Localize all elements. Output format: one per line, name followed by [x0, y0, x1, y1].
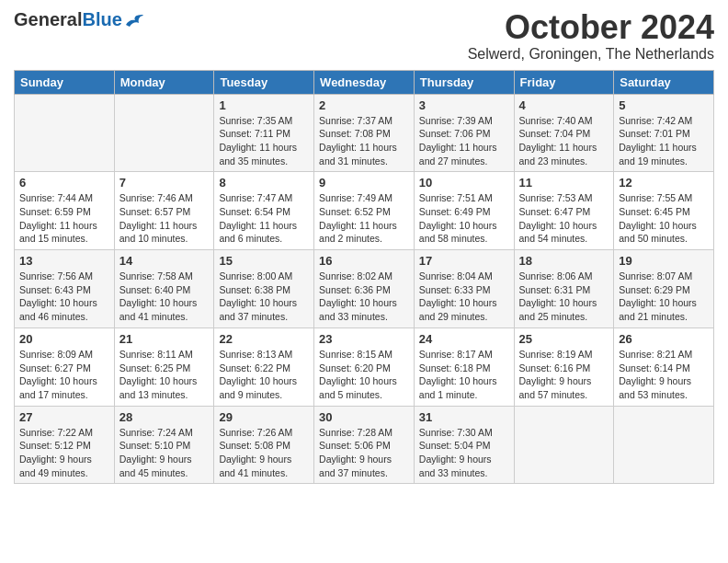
- day-info: Sunrise: 8:00 AM Sunset: 6:38 PM Dayligh…: [219, 270, 309, 324]
- calendar-cell: 10Sunrise: 7:51 AM Sunset: 6:49 PM Dayli…: [414, 172, 514, 250]
- calendar-table: SundayMondayTuesdayWednesdayThursdayFrid…: [14, 70, 714, 485]
- calendar-cell: 29Sunrise: 7:26 AM Sunset: 5:08 PM Dayli…: [214, 406, 314, 484]
- day-info: Sunrise: 7:42 AM Sunset: 7:01 PM Dayligh…: [619, 114, 709, 168]
- day-number: 20: [19, 332, 109, 346]
- calendar-cell: 8Sunrise: 7:47 AM Sunset: 6:54 PM Daylig…: [214, 172, 314, 250]
- calendar-cell: 2Sunrise: 7:37 AM Sunset: 7:08 PM Daylig…: [314, 94, 415, 172]
- day-info: Sunrise: 7:30 AM Sunset: 5:04 PM Dayligh…: [419, 426, 509, 480]
- day-number: 15: [219, 254, 309, 268]
- weekday-header-monday: Monday: [114, 70, 214, 94]
- calendar-cell: 18Sunrise: 8:06 AM Sunset: 6:31 PM Dayli…: [514, 250, 614, 328]
- day-info: Sunrise: 7:39 AM Sunset: 7:06 PM Dayligh…: [419, 114, 509, 168]
- logo-bird-icon: [124, 12, 144, 29]
- week-row-3: 13Sunrise: 7:56 AM Sunset: 6:43 PM Dayli…: [15, 250, 714, 328]
- day-info: Sunrise: 8:02 AM Sunset: 6:36 PM Dayligh…: [319, 270, 409, 324]
- day-number: 6: [19, 176, 109, 190]
- day-info: Sunrise: 7:24 AM Sunset: 5:10 PM Dayligh…: [119, 426, 210, 480]
- calendar-cell: 31Sunrise: 7:30 AM Sunset: 5:04 PM Dayli…: [414, 406, 514, 484]
- day-info: Sunrise: 7:51 AM Sunset: 6:49 PM Dayligh…: [419, 191, 509, 246]
- calendar-cell: 13Sunrise: 7:56 AM Sunset: 6:43 PM Dayli…: [15, 250, 115, 328]
- day-info: Sunrise: 8:04 AM Sunset: 6:33 PM Dayligh…: [419, 270, 509, 324]
- day-info: Sunrise: 8:11 AM Sunset: 6:25 PM Dayligh…: [119, 348, 210, 402]
- day-info: Sunrise: 7:49 AM Sunset: 6:52 PM Dayligh…: [319, 191, 409, 246]
- day-number: 19: [619, 254, 709, 268]
- day-number: 7: [119, 176, 210, 190]
- day-number: 12: [619, 176, 709, 190]
- day-number: 23: [319, 332, 409, 346]
- calendar-cell: [114, 94, 214, 172]
- calendar-cell: 6Sunrise: 7:44 AM Sunset: 6:59 PM Daylig…: [15, 172, 115, 250]
- day-number: 5: [619, 98, 709, 112]
- calendar-cell: 16Sunrise: 8:02 AM Sunset: 6:36 PM Dayli…: [314, 250, 415, 328]
- day-number: 10: [419, 176, 509, 190]
- weekday-header-tuesday: Tuesday: [214, 70, 314, 94]
- day-info: Sunrise: 7:53 AM Sunset: 6:47 PM Dayligh…: [519, 191, 609, 246]
- day-number: 30: [319, 410, 409, 424]
- calendar-cell: 20Sunrise: 8:09 AM Sunset: 6:27 PM Dayli…: [15, 327, 115, 406]
- day-number: 25: [519, 332, 609, 346]
- calendar-cell: [15, 94, 115, 172]
- weekday-header-sunday: Sunday: [15, 70, 115, 94]
- calendar-cell: 26Sunrise: 8:21 AM Sunset: 6:14 PM Dayli…: [614, 327, 714, 406]
- day-info: Sunrise: 8:09 AM Sunset: 6:27 PM Dayligh…: [19, 348, 109, 402]
- page-header: GeneralBlue October 2024 Selwerd, Gronin…: [14, 9, 714, 63]
- calendar-cell: 9Sunrise: 7:49 AM Sunset: 6:52 PM Daylig…: [314, 172, 415, 250]
- day-info: Sunrise: 7:55 AM Sunset: 6:45 PM Dayligh…: [619, 191, 709, 246]
- calendar-cell: 17Sunrise: 8:04 AM Sunset: 6:33 PM Dayli…: [414, 250, 514, 328]
- title-block: October 2024 Selwerd, Groningen, The Net…: [468, 9, 714, 63]
- week-row-4: 20Sunrise: 8:09 AM Sunset: 6:27 PM Dayli…: [15, 327, 714, 406]
- day-info: Sunrise: 8:21 AM Sunset: 6:14 PM Dayligh…: [619, 348, 709, 402]
- day-info: Sunrise: 8:06 AM Sunset: 6:31 PM Dayligh…: [519, 270, 609, 324]
- weekday-header-wednesday: Wednesday: [314, 70, 415, 94]
- day-number: 9: [319, 176, 409, 190]
- day-info: Sunrise: 7:58 AM Sunset: 6:40 PM Dayligh…: [119, 270, 210, 324]
- day-info: Sunrise: 7:37 AM Sunset: 7:08 PM Dayligh…: [319, 114, 409, 168]
- logo: GeneralBlue: [14, 9, 144, 30]
- day-number: 17: [419, 254, 509, 268]
- day-number: 24: [419, 332, 509, 346]
- month-title: October 2024: [468, 9, 714, 46]
- day-number: 1: [219, 98, 309, 112]
- day-number: 16: [319, 254, 409, 268]
- day-number: 13: [19, 254, 109, 268]
- calendar-cell: 11Sunrise: 7:53 AM Sunset: 6:47 PM Dayli…: [514, 172, 614, 250]
- day-number: 2: [319, 98, 409, 112]
- day-info: Sunrise: 7:26 AM Sunset: 5:08 PM Dayligh…: [219, 426, 309, 480]
- calendar-cell: 19Sunrise: 8:07 AM Sunset: 6:29 PM Dayli…: [614, 250, 714, 328]
- day-number: 18: [519, 254, 609, 268]
- day-info: Sunrise: 7:56 AM Sunset: 6:43 PM Dayligh…: [19, 270, 109, 324]
- day-info: Sunrise: 8:15 AM Sunset: 6:20 PM Dayligh…: [319, 348, 409, 402]
- calendar-cell: 22Sunrise: 8:13 AM Sunset: 6:22 PM Dayli…: [214, 327, 314, 406]
- day-number: 4: [519, 98, 609, 112]
- calendar-cell: 15Sunrise: 8:00 AM Sunset: 6:38 PM Dayli…: [214, 250, 314, 328]
- calendar-cell: 25Sunrise: 8:19 AM Sunset: 6:16 PM Dayli…: [514, 327, 614, 406]
- calendar-cell: 28Sunrise: 7:24 AM Sunset: 5:10 PM Dayli…: [114, 406, 214, 484]
- calendar-cell: [514, 406, 614, 484]
- calendar-cell: 24Sunrise: 8:17 AM Sunset: 6:18 PM Dayli…: [414, 327, 514, 406]
- day-info: Sunrise: 7:40 AM Sunset: 7:04 PM Dayligh…: [519, 114, 609, 168]
- calendar-cell: [614, 406, 714, 484]
- location-subtitle: Selwerd, Groningen, The Netherlands: [468, 46, 714, 63]
- calendar-cell: 27Sunrise: 7:22 AM Sunset: 5:12 PM Dayli…: [15, 406, 115, 484]
- day-number: 28: [119, 410, 210, 424]
- calendar-cell: 5Sunrise: 7:42 AM Sunset: 7:01 PM Daylig…: [614, 94, 714, 172]
- day-number: 26: [619, 332, 709, 346]
- day-number: 8: [219, 176, 309, 190]
- weekday-header-thursday: Thursday: [414, 70, 514, 94]
- day-number: 3: [419, 98, 509, 112]
- day-info: Sunrise: 7:46 AM Sunset: 6:57 PM Dayligh…: [119, 191, 210, 246]
- weekday-header-friday: Friday: [514, 70, 614, 94]
- calendar-cell: 14Sunrise: 7:58 AM Sunset: 6:40 PM Dayli…: [114, 250, 214, 328]
- day-info: Sunrise: 7:47 AM Sunset: 6:54 PM Dayligh…: [219, 191, 309, 246]
- calendar-cell: 21Sunrise: 8:11 AM Sunset: 6:25 PM Dayli…: [114, 327, 214, 406]
- day-number: 21: [119, 332, 210, 346]
- day-info: Sunrise: 8:17 AM Sunset: 6:18 PM Dayligh…: [419, 348, 509, 402]
- day-info: Sunrise: 8:19 AM Sunset: 6:16 PM Dayligh…: [519, 348, 609, 402]
- day-info: Sunrise: 8:13 AM Sunset: 6:22 PM Dayligh…: [219, 348, 309, 402]
- calendar-cell: 4Sunrise: 7:40 AM Sunset: 7:04 PM Daylig…: [514, 94, 614, 172]
- calendar-cell: 12Sunrise: 7:55 AM Sunset: 6:45 PM Dayli…: [614, 172, 714, 250]
- calendar-cell: 3Sunrise: 7:39 AM Sunset: 7:06 PM Daylig…: [414, 94, 514, 172]
- calendar-cell: 7Sunrise: 7:46 AM Sunset: 6:57 PM Daylig…: [114, 172, 214, 250]
- logo-blue: Blue: [82, 9, 121, 29]
- day-number: 27: [19, 410, 109, 424]
